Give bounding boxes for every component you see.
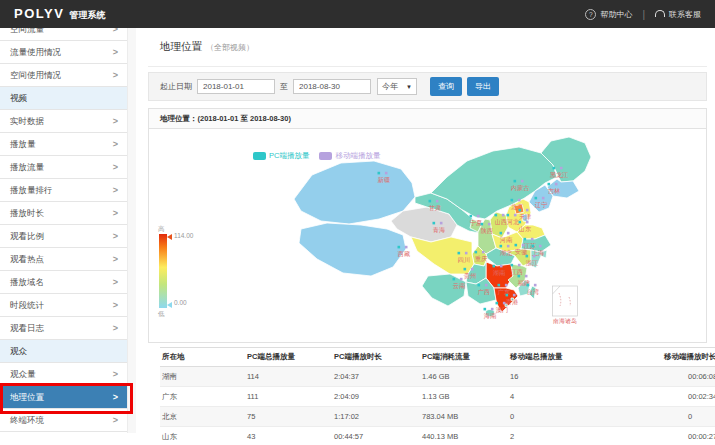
mobile-marker-新疆 bbox=[385, 172, 388, 175]
contact-service-link[interactable]: 联系客服 bbox=[669, 9, 701, 20]
mobile-marker-陕西 bbox=[488, 223, 491, 226]
pc-marker-澳门 bbox=[496, 302, 499, 305]
map-label-云南: 云南 bbox=[453, 282, 466, 289]
page-header: 地理位置 （全部视频） bbox=[148, 28, 707, 67]
inset-label: 南海诸岛 bbox=[553, 318, 577, 325]
province-新疆[interactable] bbox=[294, 161, 415, 224]
sidebar-item-空间使用情况[interactable]: 空间使用情况> bbox=[0, 64, 127, 87]
map-label-黑龙江: 黑龙江 bbox=[550, 171, 569, 179]
pc-marker-江苏 bbox=[524, 238, 527, 241]
sidebar-item-播放域名[interactable]: 播放域名> bbox=[0, 271, 127, 294]
sidebar-item-观看热点[interactable]: 观看热点> bbox=[0, 248, 127, 271]
start-date-input[interactable] bbox=[197, 79, 275, 94]
scale-high-label: 高 bbox=[158, 225, 165, 234]
sidebar-item-label: 实时数据 bbox=[10, 116, 44, 126]
geo-data-table: 所在地PC端总播放量PC端播放时长PC端消耗流量移动端总播放量移动端播放时长 湖… bbox=[160, 347, 715, 445]
province-西藏[interactable] bbox=[299, 223, 406, 276]
map-label-宁夏: 宁夏 bbox=[470, 219, 482, 227]
sidebar-item-播放流量[interactable]: 播放流量> bbox=[0, 156, 127, 179]
end-date-input[interactable] bbox=[293, 79, 371, 94]
cell: 1:17:02 bbox=[332, 407, 420, 427]
sidebar-item-实时数据[interactable]: 实时数据> bbox=[0, 110, 127, 133]
sidebar-item-label: 空间使用情况 bbox=[10, 70, 61, 80]
chevron-right-icon: > bbox=[113, 363, 118, 385]
range-select[interactable]: 今年 ▼ bbox=[377, 78, 417, 95]
chevron-right-icon: > bbox=[113, 225, 118, 247]
pc-marker-台湾 bbox=[527, 284, 530, 287]
mobile-marker-内蒙古 bbox=[521, 180, 524, 183]
main-content: 地理位置 （全部视频） 起止日期 至 今年 ▼ 查询 导出 地理位置：(2018… bbox=[148, 28, 715, 445]
pc-marker-云南 bbox=[453, 278, 456, 281]
logo-suffix: 管理系统 bbox=[69, 9, 105, 22]
headset-icon bbox=[655, 10, 665, 17]
sidebar-item-label: 视频 bbox=[10, 93, 27, 103]
polyv-logo: POLYV bbox=[14, 6, 64, 21]
cell: 0 bbox=[508, 407, 662, 427]
sidebar-item-label: 流量使用情况 bbox=[10, 47, 61, 57]
scale-max-handle[interactable] bbox=[167, 234, 172, 240]
query-button[interactable]: 查询 bbox=[430, 77, 462, 96]
pc-marker-甘肃 bbox=[429, 200, 432, 203]
sidebar-item-播放量排行[interactable]: 播放量排行> bbox=[0, 179, 127, 202]
chevron-right-icon: > bbox=[113, 317, 118, 339]
cell: 00:44:57 bbox=[332, 427, 420, 445]
chart-panel-title: 地理位置：(2018-01-01 至 2018-08-30) bbox=[149, 109, 706, 129]
gradient-scale-bar bbox=[159, 234, 167, 308]
sidebar-item-时段统计[interactable]: 时段统计> bbox=[0, 294, 127, 317]
pc-marker-上海 bbox=[532, 245, 535, 248]
chevron-right-icon: > bbox=[113, 156, 118, 178]
pc-marker-贵州 bbox=[464, 268, 467, 271]
column-header-PC端总播放量: PC端总播放量 bbox=[245, 348, 332, 367]
cell: 783.04 MB bbox=[420, 407, 508, 427]
sidebar-menu: 空间流量>流量使用情况>空间使用情况>视频实时数据>播放量>播放流量>播放量排行… bbox=[0, 18, 127, 432]
pc-marker-北京 bbox=[511, 199, 514, 202]
pc-marker-重庆 bbox=[475, 251, 478, 254]
mobile-marker-黑龙江 bbox=[560, 167, 563, 170]
cell: 111 bbox=[245, 387, 332, 407]
chevron-right-icon: > bbox=[113, 294, 118, 316]
cell: 00:06:08 bbox=[662, 367, 715, 387]
cell: 00:02:34 bbox=[662, 387, 715, 407]
pc-marker-河北 bbox=[507, 214, 510, 217]
mobile-marker-澳门 bbox=[503, 302, 506, 305]
province-云南[interactable] bbox=[422, 274, 466, 306]
pc-marker-陕西 bbox=[481, 223, 484, 226]
cell: 4 bbox=[508, 387, 662, 407]
chevron-right-icon: > bbox=[113, 64, 118, 86]
chevron-right-icon: > bbox=[113, 271, 118, 293]
annotation-highlight-box bbox=[0, 383, 133, 414]
pc-marker-黑龙江 bbox=[553, 167, 556, 170]
sidebar-scrollbar[interactable] bbox=[127, 28, 136, 433]
help-center-link[interactable]: 帮助中心 bbox=[600, 9, 632, 20]
sidebar-item-播放时长[interactable]: 播放时长> bbox=[0, 202, 127, 225]
pc-marker-海南 bbox=[484, 308, 487, 311]
scale-min-handle[interactable] bbox=[167, 302, 172, 308]
chevron-right-icon: > bbox=[113, 202, 118, 224]
sidebar-item-播放量[interactable]: 播放量> bbox=[0, 133, 127, 156]
mobile-marker-天津 bbox=[526, 209, 529, 212]
mobile-marker-湖北 bbox=[507, 245, 510, 248]
help-icon: ? bbox=[585, 9, 596, 20]
pc-marker-青海 bbox=[433, 222, 436, 225]
pc-marker-湖南 bbox=[493, 265, 496, 268]
sidebar-item-观看日志[interactable]: 观看日志> bbox=[0, 317, 127, 340]
brand: POLYV 管理系统 bbox=[14, 6, 105, 22]
sidebar-item-观看比例[interactable]: 观看比例> bbox=[0, 225, 127, 248]
table-row-广东: 广东1112:04:091.13 GB400:02:34 bbox=[160, 387, 715, 407]
mobile-marker-辽宁 bbox=[542, 197, 545, 200]
table-row-山东: 山东4300:44:57440.13 MB200:00:27 bbox=[160, 427, 715, 445]
date-range-label: 起止日期 bbox=[160, 81, 192, 92]
export-button[interactable]: 导出 bbox=[467, 77, 499, 96]
china-map: 南海诸岛 新疆内蒙古黑龙江吉林辽宁北京天津甘肃宁夏山西河北山东青海陕西河南江苏上… bbox=[279, 137, 715, 339]
mobile-marker-甘肃 bbox=[436, 200, 439, 203]
map-label-四川: 四川 bbox=[458, 256, 470, 264]
mobile-marker-四川 bbox=[465, 252, 468, 255]
map-label-内蒙古: 内蒙古 bbox=[511, 184, 530, 192]
sidebar-item-label: 播放量 bbox=[10, 139, 36, 149]
cell: 湖南 bbox=[160, 367, 245, 387]
cell: 00:00:27 bbox=[662, 427, 715, 445]
sidebar-item-流量使用情况[interactable]: 流量使用情况> bbox=[0, 41, 127, 64]
mobile-marker-福建 bbox=[525, 275, 528, 278]
pc-marker-宁夏 bbox=[470, 215, 473, 218]
sidebar-item-label: 观众 bbox=[10, 346, 27, 356]
